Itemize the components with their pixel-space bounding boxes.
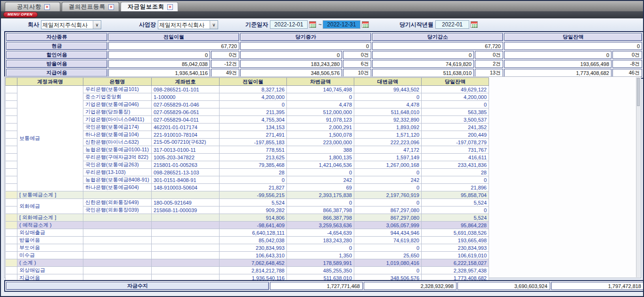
row-selector-cell[interactable] [6, 244, 17, 252]
account-number-cell [152, 229, 220, 237]
close-icon[interactable]: ✕ [108, 4, 114, 10]
chevron-down-icon[interactable]: ∨ [93, 21, 101, 29]
amount-cell: 0 [287, 93, 354, 101]
vertical-scrollbar[interactable] [636, 77, 640, 277]
summary-value-cell: 74,619,820 [372, 60, 474, 68]
funds-balance-row: 자금수지 1,727,771,468 2,328,932,998 3,690,6… [6, 282, 644, 290]
menu-open-button[interactable]: MENU OPEN [3, 12, 38, 17]
row-selector-cell[interactable] [6, 176, 17, 184]
amount-cell: 5,524 [220, 199, 287, 206]
amount-cell: 95,858,704 [422, 191, 489, 199]
row-selector-cell[interactable] [6, 199, 17, 206]
amount-cell: 211,395 [220, 108, 287, 116]
detail-header-prev-carryover: 전일이월 [220, 78, 287, 86]
amount-cell: 0 [220, 176, 287, 184]
tab-자금일보조회[interactable]: 자금일보조회✕ [121, 2, 178, 11]
summary-table: 자산종류 전일이월 당기증가 당기감소 당일잔액 현금67,720067,720… [4, 31, 644, 79]
row-selector-cell[interactable] [6, 93, 17, 101]
company-label: 회사 [28, 21, 39, 29]
amount-cell: 213,625 [220, 154, 287, 161]
amount-cell: 5,524 [422, 199, 489, 206]
account-group-cell: 외화예금 [17, 199, 83, 214]
row-selector-cell[interactable] [6, 214, 17, 222]
amount-cell: 416,611 [422, 154, 489, 161]
tab-strip: 공지사항✕결의전표등록✕자금일보조회✕ [1, 1, 643, 11]
amount-cell: 47,172 [354, 146, 422, 154]
row-selector-cell[interactable] [6, 154, 17, 161]
amount-cell: 6,640,128,111 [220, 229, 287, 237]
calendar-icon[interactable] [362, 21, 369, 28]
row-selector-cell[interactable] [6, 108, 17, 116]
row-selector-cell[interactable] [6, 191, 17, 199]
row-selector-cell[interactable] [6, 116, 17, 124]
site-select[interactable]: 제일저지주식회사 ∨ [158, 20, 218, 29]
summary-asset-label[interactable]: 받을어음 [6, 60, 107, 68]
row-selector-cell[interactable] [6, 222, 17, 229]
calendar-icon[interactable] [309, 21, 316, 28]
account-label-cell: ( 소계 ) [17, 259, 83, 267]
amount-cell: 2,814,212,788 [220, 267, 287, 274]
detail-row: 받을어음85,042,038183,243,28074,619,820193,6… [6, 237, 489, 244]
summary-asset-label[interactable]: 지급어음 [6, 69, 107, 77]
detail-header-account-number: 계좌번호 [152, 78, 220, 86]
amount-cell: 8,327,126 [220, 86, 287, 93]
funds-balance-value: 2,328,932,998 [364, 282, 457, 290]
calendar-icon[interactable] [471, 21, 478, 28]
summary-value-cell: 0 [240, 51, 342, 59]
row-selector-cell[interactable] [6, 86, 17, 93]
amount-cell: 485,255,350 [287, 267, 354, 274]
row-selector-cell[interactable] [6, 252, 17, 259]
funds-balance-value: 1,797,472,818 [551, 282, 644, 290]
amount-cell: 92,332,890 [354, 116, 422, 124]
row-selector-cell[interactable] [6, 161, 17, 169]
account-number-cell: 462201-01-017174 [152, 124, 220, 131]
bank-name-cell: 신한은행(외화통장649) [83, 199, 152, 206]
bank-name-cell [83, 244, 152, 252]
row-selector-cell[interactable] [6, 146, 17, 154]
row-selector-cell[interactable] [6, 259, 17, 267]
summary-asset-label[interactable]: 할인어음 [6, 51, 107, 59]
account-number-cell: 1-100000 [152, 93, 220, 101]
row-selector-cell[interactable] [6, 267, 17, 274]
amount-cell: 4,478 [354, 101, 422, 108]
bank-name-cell: 기업은행(당좌통장) [83, 108, 152, 116]
row-selector-cell[interactable] [6, 124, 17, 131]
row-selector-cell[interactable] [6, 139, 17, 146]
detail-header-day-balance: 당일잔액 [422, 78, 489, 86]
close-icon[interactable]: ✕ [167, 4, 173, 10]
detail-row: 외상매출금6,640,128,111-4,654,639944,434,9465… [6, 229, 489, 237]
row-selector-cell[interactable] [6, 131, 17, 139]
row-selector-cell[interactable] [6, 101, 17, 108]
amount-cell: 1,421,046,536 [287, 161, 354, 169]
tab-결의전표등록[interactable]: 결의전표등록✕ [62, 2, 119, 11]
summary-count-cell: 49건 [211, 69, 239, 77]
company-select[interactable]: 제일저지주식회사 ∨ [41, 20, 101, 29]
detail-row: 미수금106,643,3101,35025,650106,619,010 [6, 252, 489, 259]
tab-공지사항[interactable]: 공지사항✕ [5, 2, 60, 11]
summary-asset-label[interactable]: 현금 [6, 42, 107, 50]
chevron-down-icon[interactable]: ∨ [210, 21, 218, 29]
site-select-value: 제일저지주식회사 [158, 21, 210, 29]
amount-cell: 74,619,820 [354, 237, 422, 244]
amount-cell: 944,434,946 [354, 229, 422, 237]
scrollbar-thumb[interactable] [637, 78, 640, 106]
bank-name-cell: 국민은행(외화통장039) [83, 206, 152, 214]
detail-row: 보통예금우리은행(보통예금101)098-286521-01-1018,327,… [6, 86, 489, 93]
close-icon[interactable]: ✕ [44, 4, 50, 10]
amount-cell: 0 [354, 184, 422, 191]
amount-cell: 1,800,135 [287, 154, 354, 161]
account-label-cell: 미수금 [17, 252, 83, 259]
summary-value-cell: 511,638,010 [372, 69, 474, 77]
row-selector-cell[interactable] [6, 229, 17, 237]
row-selector-cell[interactable] [6, 184, 17, 191]
row-selector-cell[interactable] [6, 169, 17, 176]
account-number-cell: 215-05-007210(구632) [152, 139, 220, 146]
row-selector-cell[interactable] [6, 206, 17, 214]
date-to-input[interactable]: 2022-12-31 [323, 20, 360, 29]
date-from-input[interactable]: 2022-12-01 [270, 20, 308, 29]
summary-count-cell: 0건 [343, 51, 371, 59]
amount-cell: 914,806 [220, 214, 287, 222]
period-start-input[interactable]: 2022-01 [435, 20, 469, 29]
amount-cell: 5,524 [422, 214, 489, 222]
row-selector-cell[interactable] [6, 237, 17, 244]
